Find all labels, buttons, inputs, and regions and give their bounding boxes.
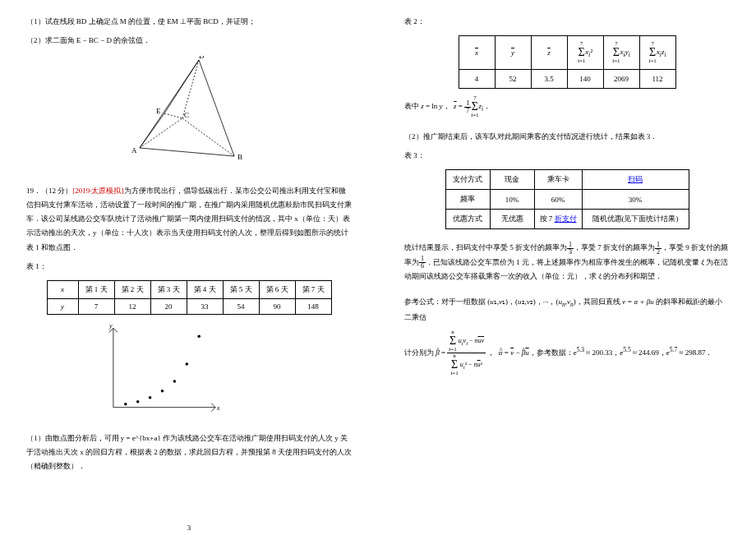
t1-r5: 54	[223, 298, 259, 314]
z-definition: 表中 z = ln y， z = 177Σi=1zi．	[404, 95, 730, 118]
t1-r2: 12	[114, 298, 150, 314]
t3-r1c4: 扫码	[582, 170, 689, 190]
t1-h1: 第 1 天	[78, 280, 114, 298]
q19-text1: 为方便市民出行，倡导低碳出行．某市公交公司推出利用支付宝和微信扫码支付乘车活动，…	[26, 187, 352, 251]
table1-label: 表 1：	[26, 260, 352, 274]
discount-link[interactable]: 折支付	[555, 214, 577, 223]
svg-line-4	[164, 60, 199, 113]
svg-line-1	[182, 118, 234, 156]
t1-h2: 第 2 天	[114, 280, 150, 298]
svg-text:x: x	[216, 404, 220, 411]
q19-number: 19．（12 分）	[26, 187, 72, 195]
t2-v3: 3.5	[531, 70, 567, 89]
t1-h4: 第 4 天	[187, 280, 223, 298]
svg-text:y: y	[108, 322, 113, 330]
table3-label: 表 3：	[404, 149, 730, 163]
t3-r2c2: 10%	[490, 190, 534, 210]
t2-v6: 112	[639, 70, 675, 89]
t2-h5: 7Σi=1xiyi	[603, 36, 639, 70]
pyramid-figure: A B C D E	[107, 56, 271, 163]
svg-text:B: B	[237, 153, 242, 161]
t3-r3c2: 无优惠	[490, 210, 534, 229]
t3-r1c1: 支付方式	[445, 170, 490, 190]
t1-r4: 33	[187, 298, 223, 314]
t1-h0: x	[47, 280, 78, 298]
t1-h6: 第 6 天	[259, 280, 295, 298]
svg-line-5	[164, 113, 182, 118]
svg-line-3	[140, 113, 164, 148]
t3-r3c3: 按 7 折支付	[534, 210, 582, 229]
q19-part2: （2）推广期结束后，该车队对此期间乘客的支付情况进行统计，结果如表 3．	[404, 130, 730, 144]
reference-line2: 计分别为 β = nΣi=1 uivi − nuv nΣi=1 ui² − nu…	[404, 330, 730, 376]
t3-r2c4: 30%	[582, 190, 689, 210]
t1-r1: 7	[78, 298, 114, 314]
t1-r0: y	[47, 298, 78, 314]
svg-point-16	[173, 380, 177, 383]
svg-point-13	[136, 400, 140, 404]
scatter-plot: x y	[100, 321, 224, 420]
t2-h2: y	[495, 36, 531, 70]
q19-part1: （1）由散点图分析后，可用 y = e^{bx+a} 作为该线路公交车在活动推广…	[26, 431, 352, 473]
q18-part2: （2）求二面角 E − BC − D 的余弦值．	[26, 34, 352, 48]
svg-point-14	[149, 396, 152, 399]
t1-h5: 第 5 天	[223, 280, 259, 298]
t3-r1c2: 现金	[490, 170, 534, 190]
svg-point-15	[161, 390, 164, 393]
page-number: 3	[187, 523, 191, 532]
left-column: （1）试在线段 BD 上确定点 M 的位置，使 EM ⊥平面 BCD，并证明； …	[0, 0, 378, 535]
t3-r2c3: 60%	[534, 190, 582, 210]
t2-v2: 52	[495, 70, 531, 89]
table-3: 支付方式 现金 乘车卡 扫码 频率 10% 60% 30% 优惠方式 无优惠 按…	[445, 169, 689, 229]
t1-r6: 90	[259, 298, 295, 314]
q19-tag: [2019·太原模拟]	[72, 187, 123, 195]
t2-v4: 140	[567, 70, 603, 89]
t1-r3: 20	[150, 298, 187, 314]
svg-text:A: A	[131, 146, 137, 155]
t2-v1: 4	[459, 70, 495, 89]
t2-h3: z	[531, 36, 567, 70]
t1-h7: 第 7 天	[295, 280, 331, 298]
t3-r3c1: 优惠方式	[445, 210, 490, 229]
svg-point-12	[124, 403, 127, 406]
t2-h6: 7Σi=1xizi	[639, 36, 675, 70]
svg-text:E: E	[156, 107, 161, 115]
stats-paragraph: 统计结果显示，扫码支付中享受 5 折支付的频率为13，享受 7 折支付的频率为1…	[404, 241, 730, 284]
svg-line-2	[182, 60, 199, 118]
t3-r1c3: 乘车卡	[534, 170, 582, 190]
svg-rect-11	[113, 328, 211, 407]
scan-link[interactable]: 扫码	[628, 175, 643, 183]
svg-point-18	[197, 334, 201, 338]
q19-stem: 19．（12 分）[2019·太原模拟]为方便市民出行，倡导低碳出行．某市公交公…	[26, 184, 352, 254]
table2-label: 表 2：	[404, 15, 730, 29]
table-1: x 第 1 天 第 2 天 第 3 天 第 4 天 第 5 天 第 6 天 第 …	[47, 280, 332, 315]
t2-v5: 2069	[603, 70, 639, 89]
svg-text:D: D	[199, 56, 205, 60]
q18-part1: （1）试在线段 BD 上确定点 M 的位置，使 EM ⊥平面 BCD，并证明；	[26, 15, 352, 29]
svg-point-17	[186, 362, 189, 366]
svg-text:C: C	[184, 111, 189, 119]
t2-h1: x	[459, 36, 495, 70]
table-2: x y z 7Σi=1xi² 7Σi=1xiyi 7Σi=1xizi 4 52 …	[459, 35, 676, 89]
t1-h3: 第 3 天	[150, 280, 187, 298]
right-column: 表 2： x y z 7Σi=1xi² 7Σi=1xiyi 7Σi=1xizi …	[378, 0, 756, 535]
t1-r7: 148	[295, 298, 331, 314]
t3-r2c1: 频率	[445, 190, 490, 210]
t3-r3c4: 随机优惠(见下面统计结果)	[582, 210, 689, 229]
reference-line1: 参考公式：对于一组数据 (u₁,v₁)，(u₂,v₂)，···，(un,vn)，…	[404, 295, 730, 325]
t2-h4: 7Σi=1xi²	[567, 36, 603, 70]
svg-line-0	[140, 118, 182, 148]
